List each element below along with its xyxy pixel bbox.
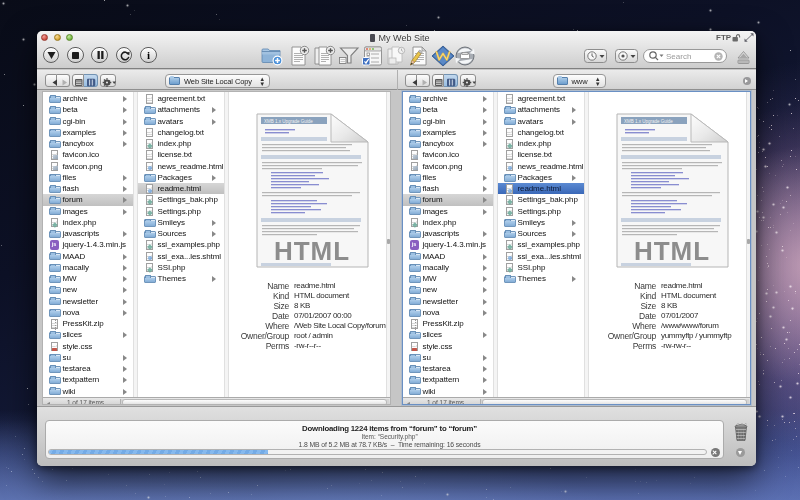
svg-text:HTML: HTML xyxy=(634,236,710,266)
svg-text:HTML: HTML xyxy=(274,236,350,266)
svg-text:XMB 1.x Upgrade Guide: XMB 1.x Upgrade Guide xyxy=(264,119,313,124)
svg-text:XMB 1.x Upgrade Guide: XMB 1.x Upgrade Guide xyxy=(624,119,673,124)
